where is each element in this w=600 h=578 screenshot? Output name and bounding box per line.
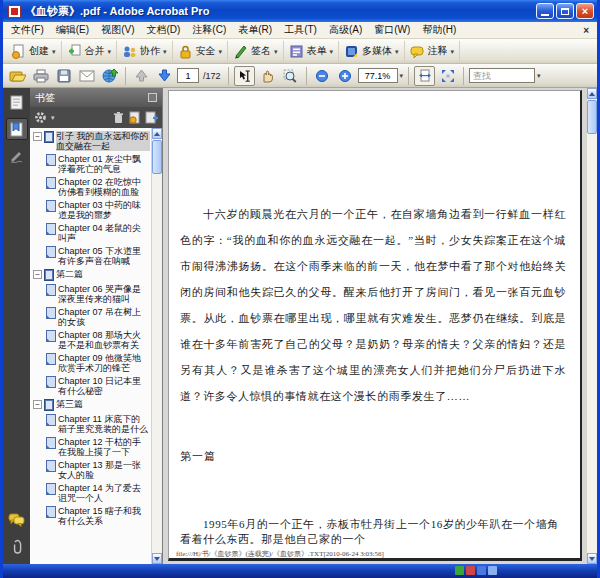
- bookmark-item[interactable]: Chapter 12 干枯的手在我脸上摸了一下: [46, 437, 150, 457]
- scroll-down-button[interactable]: [587, 553, 597, 564]
- tray-icon[interactable]: [466, 566, 475, 575]
- scrollbar-track[interactable]: [587, 135, 597, 553]
- fit-page-button[interactable]: [437, 66, 458, 86]
- attachments-panel-button[interactable]: [6, 536, 28, 558]
- bookmark-label[interactable]: Chapter 10 日记本里有什么秘密: [58, 376, 150, 396]
- upload-web-button[interactable]: [99, 66, 120, 86]
- bookmarks-scrollbar[interactable]: [151, 128, 162, 564]
- menu-advanced[interactable]: 高级(A): [323, 22, 368, 38]
- bookmark-label[interactable]: Chapter 12 干枯的手在我脸上摸了一下: [58, 437, 150, 457]
- menu-tools[interactable]: 工具(T): [278, 22, 323, 38]
- pdf-page[interactable]: 十六岁的顾晨光在六月的一个正午，在自家墙角边看到一行鲜血一样红色的字：“我的血和…: [168, 90, 582, 561]
- menu-window[interactable]: 窗口(W): [368, 22, 416, 38]
- scroll-up-button[interactable]: [152, 128, 162, 139]
- print-button[interactable]: [30, 66, 51, 86]
- bookmark-item[interactable]: Chapter 08 那场大火是不是和血钞票有关: [46, 330, 150, 350]
- bookmark-label[interactable]: Chapter 13 那是一张女人的脸: [58, 460, 150, 480]
- bookmark-item[interactable]: Chapter 14 为了爱去诅咒一个人: [46, 483, 150, 503]
- bookmark-item[interactable]: Chapter 13 那是一张女人的脸: [46, 460, 150, 480]
- signatures-panel-button[interactable]: [6, 145, 28, 167]
- collapse-box-icon[interactable]: −: [33, 132, 42, 141]
- bookmarks-panel-button[interactable]: [6, 118, 28, 140]
- bookmark-label[interactable]: 引子 我的血永远和你的血交融在一起: [56, 131, 150, 151]
- delete-bookmark-icon[interactable]: [113, 111, 124, 124]
- secure-button[interactable]: 安全▾: [173, 41, 229, 62]
- options-caret-icon[interactable]: ▾: [51, 114, 55, 121]
- forms-button[interactable]: 表单▾: [284, 41, 340, 62]
- scroll-up-button[interactable]: [587, 88, 597, 99]
- bookmark-item[interactable]: − 第三篇: [33, 399, 150, 411]
- previous-page-button[interactable]: [131, 66, 152, 86]
- bookmark-label[interactable]: Chapter 11 床底下的箱子里究竟装的是什么: [58, 414, 150, 434]
- hand-tool-button[interactable]: [257, 66, 278, 86]
- comments-panel-button[interactable]: [6, 509, 28, 531]
- tray-icon[interactable]: [477, 566, 486, 575]
- scrollbar-thumb[interactable]: [152, 140, 162, 174]
- bookmark-item[interactable]: Chapter 06 哭声像是深夜里传来的猫叫: [46, 284, 150, 304]
- bookmark-label[interactable]: Chapter 14 为了爱去诅咒一个人: [58, 483, 150, 503]
- save-button[interactable]: [53, 66, 74, 86]
- bookmark-label[interactable]: Chapter 04 老鼠的尖叫声: [58, 223, 150, 243]
- bookmark-item[interactable]: Chapter 04 老鼠的尖叫声: [46, 223, 150, 243]
- menu-document[interactable]: 文档(D): [140, 22, 186, 38]
- collapse-box-icon[interactable]: −: [33, 270, 42, 279]
- bookmark-item[interactable]: Chapter 03 中药的味道是我的噩梦: [46, 200, 150, 220]
- tray-icon[interactable]: [488, 566, 497, 575]
- bookmark-item[interactable]: Chapter 01 灰尘中飘浮着死亡的气息: [46, 154, 150, 174]
- sign-button[interactable]: 签名▾: [228, 41, 284, 62]
- panel-collapse-icon[interactable]: [148, 93, 157, 102]
- document-scrollbar[interactable]: [586, 88, 597, 564]
- select-tool-button[interactable]: [234, 66, 255, 86]
- bookmark-item[interactable]: Chapter 05 下水道里有许多声音在呐喊: [46, 246, 150, 266]
- document-close-icon[interactable]: ×: [577, 25, 595, 36]
- bookmark-item[interactable]: Chapter 15 瞎子和我有什么关系: [46, 506, 150, 526]
- menu-help[interactable]: 帮助(H): [416, 22, 462, 38]
- menu-comments[interactable]: 注释(C): [186, 22, 232, 38]
- marquee-zoom-button[interactable]: [280, 66, 301, 86]
- minimize-button[interactable]: [536, 3, 554, 19]
- multimedia-button[interactable]: 多媒体▾: [339, 41, 405, 62]
- bookmark-item[interactable]: Chapter 09 他微笑地欣赏手术刀的锋芒: [46, 353, 150, 373]
- zoom-out-button[interactable]: [312, 66, 333, 86]
- bookmark-item[interactable]: Chapter 10 日记本里有什么秘密: [46, 376, 150, 396]
- maximize-button[interactable]: [556, 3, 574, 19]
- goto-bookmark-icon[interactable]: [128, 111, 141, 124]
- collapse-box-icon[interactable]: −: [33, 400, 42, 409]
- bookmark-label[interactable]: 第三篇: [56, 399, 150, 409]
- find-caret-icon[interactable]: ▾: [537, 72, 541, 79]
- bookmark-label[interactable]: Chapter 02 在吃惊中仿佛看到模糊的血脸: [58, 177, 150, 197]
- options-gear-icon[interactable]: [34, 111, 47, 124]
- scrollbar-thumb[interactable]: [587, 100, 597, 134]
- pages-panel-button[interactable]: [6, 91, 28, 113]
- scroll-down-button[interactable]: [152, 553, 162, 564]
- bookmark-label[interactable]: Chapter 05 下水道里有许多声音在呐喊: [58, 246, 150, 266]
- fit-width-button[interactable]: [414, 66, 435, 86]
- comment-button[interactable]: 注释▾: [405, 41, 461, 62]
- bookmark-label[interactable]: Chapter 15 瞎子和我有什么关系: [58, 506, 150, 526]
- find-input[interactable]: [469, 68, 535, 83]
- bookmark-label[interactable]: Chapter 08 那场大火是不是和血钞票有关: [58, 330, 150, 350]
- menu-file[interactable]: 文件(F): [5, 22, 50, 38]
- page-number-input[interactable]: [177, 68, 199, 83]
- bookmark-item[interactable]: − 引子 我的血永远和你的血交融在一起: [33, 131, 150, 151]
- create-button[interactable]: 创建▾: [6, 41, 62, 62]
- bookmark-label[interactable]: Chapter 09 他微笑地欣赏手术刀的锋芒: [58, 353, 150, 373]
- tray-icon[interactable]: [455, 566, 464, 575]
- menu-forms[interactable]: 表单(R): [232, 22, 278, 38]
- bookmark-item[interactable]: − 第二篇: [33, 269, 150, 281]
- bookmark-label[interactable]: Chapter 01 灰尘中飘浮着死亡的气息: [58, 154, 150, 174]
- bookmark-item[interactable]: Chapter 02 在吃惊中仿佛看到模糊的血脸: [46, 177, 150, 197]
- menu-view[interactable]: 视图(V): [95, 22, 140, 38]
- scrollbar-track[interactable]: [152, 175, 162, 553]
- next-page-button[interactable]: [154, 66, 175, 86]
- bookmark-label[interactable]: Chapter 06 哭声像是深夜里传来的猫叫: [58, 284, 150, 304]
- bookmark-item[interactable]: Chapter 07 吊在树上的女孩: [46, 307, 150, 327]
- combine-button[interactable]: 合并▾: [62, 41, 118, 62]
- open-button[interactable]: [7, 66, 28, 86]
- bookmark-item[interactable]: Chapter 11 床底下的箱子里究竟装的是什么: [46, 414, 150, 434]
- menu-edit[interactable]: 编辑(E): [50, 22, 95, 38]
- zoom-caret-icon[interactable]: ▾: [400, 72, 404, 79]
- collaborate-button[interactable]: 协作▾: [117, 41, 173, 62]
- email-button[interactable]: [76, 66, 97, 86]
- zoom-level-field[interactable]: 77.1%: [358, 68, 398, 83]
